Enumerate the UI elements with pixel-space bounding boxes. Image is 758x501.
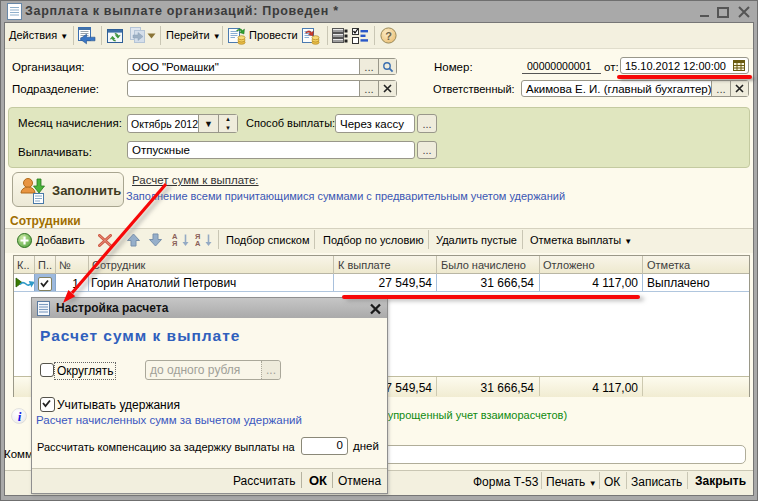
svg-text:i: i xyxy=(18,409,22,424)
svg-text:?: ? xyxy=(385,30,392,42)
